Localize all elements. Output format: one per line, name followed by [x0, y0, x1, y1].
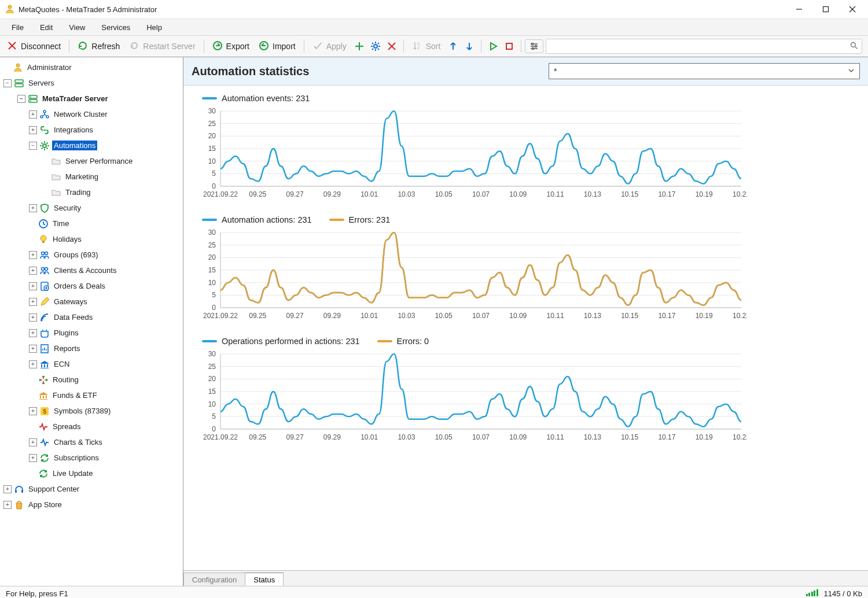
page-title: Automation statistics [192, 65, 309, 78]
legend-item: Operations performed in actions: 231 [202, 337, 360, 346]
svg-point-58 [42, 267, 45, 270]
tree-plugins[interactable]: +Plugins [3, 325, 183, 341]
tree-ecn[interactable]: +ECN [3, 356, 183, 372]
headset-icon [14, 484, 24, 494]
tree-integrations[interactable]: +Integrations [3, 122, 183, 138]
search-input[interactable] [546, 42, 862, 51]
menu-bar: File Edit View Services Help [0, 19, 868, 36]
disconnect-button[interactable]: Disconnect [2, 38, 65, 55]
tree-holidays[interactable]: Holidays [3, 231, 183, 247]
menu-services[interactable]: Services [93, 20, 138, 35]
title-bar: MetaQuotes - MetaTrader 5 Administrator [0, 0, 868, 19]
svg-point-57 [45, 252, 48, 254]
tree-support-center[interactable]: +Support Center [3, 481, 183, 497]
tree-routing[interactable]: Routing [3, 372, 183, 387]
filter-dropdown[interactable]: * [549, 63, 860, 79]
export-label: Export [226, 42, 249, 51]
svg-text:0: 0 [212, 304, 216, 312]
tab-configuration[interactable]: Configuration [183, 573, 245, 586]
svg-text:10: 10 [208, 279, 216, 287]
legend-item: Automation events: 231 [202, 94, 310, 103]
tree-administrator[interactable]: Administrator [3, 60, 183, 75]
maximize-button[interactable] [812, 0, 839, 19]
import-button[interactable]: Import [254, 38, 300, 55]
tree-reports[interactable]: +Reports [3, 341, 183, 356]
tree-charts-ticks[interactable]: +Charts & Ticks [3, 434, 183, 450]
export-button[interactable]: Export [208, 38, 254, 55]
tree-symbols[interactable]: +$Symbols (87389) [3, 403, 183, 419]
menu-edit[interactable]: Edit [32, 20, 61, 35]
svg-text:10: 10 [208, 400, 216, 408]
svg-text:10.17: 10.17 [658, 433, 675, 441]
tree-groups[interactable]: +Groups (693) [3, 247, 183, 263]
svg-line-32 [855, 46, 858, 49]
close-button[interactable] [839, 0, 866, 19]
tab-status[interactable]: Status [245, 573, 284, 586]
server-icon [28, 94, 38, 104]
navigation-tree[interactable]: Administrator −Servers −MetaTrader Serve… [0, 57, 183, 586]
charts-icon [39, 437, 50, 448]
svg-rect-34 [15, 80, 23, 83]
menu-file[interactable]: File [3, 20, 32, 35]
restart-server-button[interactable]: Restart Server [124, 38, 200, 55]
svg-text:25: 25 [208, 363, 216, 371]
refresh-button[interactable]: Refresh [73, 38, 124, 55]
svg-text:09.27: 09.27 [286, 312, 304, 320]
bank-icon [39, 359, 50, 370]
tree-trading[interactable]: Trading [3, 184, 183, 200]
folder-icon [51, 172, 61, 182]
tree-metatrader-server[interactable]: −MetaTrader Server [3, 91, 183, 106]
tree-network-cluster[interactable]: +Network Cluster [3, 106, 183, 122]
stop-button[interactable] [501, 38, 517, 54]
user-icon [13, 62, 23, 73]
menu-view[interactable]: View [61, 20, 93, 35]
sort-button[interactable]: AZ Sort [407, 38, 446, 55]
import-label: Import [273, 42, 296, 51]
servers-icon [14, 78, 24, 88]
pulse-icon [38, 422, 49, 432]
play-button[interactable] [485, 38, 501, 54]
svg-text:10.15: 10.15 [621, 190, 638, 198]
status-help-text: For Help, press F1 [6, 589, 68, 598]
tree-automations[interactable]: −Automations [3, 138, 183, 153]
svg-point-40 [43, 110, 46, 113]
tree-funds-etf[interactable]: Funds & ETF [3, 387, 183, 403]
svg-rect-2 [823, 7, 829, 12]
move-down-button[interactable] [461, 38, 477, 54]
apply-button[interactable]: Apply [308, 38, 351, 55]
svg-text:10.09: 10.09 [509, 190, 527, 198]
content-tabs: Configuration Status [183, 570, 868, 586]
chevron-down-icon [848, 67, 855, 76]
tree-gateways[interactable]: +Gateways [3, 294, 183, 309]
sort-label: Sort [426, 42, 441, 51]
tree-spreads[interactable]: Spreads [3, 419, 183, 434]
svg-text:2021.09.22: 2021.09.22 [203, 312, 238, 320]
tree-app-store[interactable]: +App Store [3, 497, 183, 512]
tree-data-feeds[interactable]: +Data Feeds [3, 309, 183, 325]
move-up-button[interactable] [445, 38, 461, 54]
tree-servers[interactable]: −Servers [3, 75, 183, 91]
filter-options-button[interactable] [525, 39, 543, 53]
search-box[interactable] [546, 39, 862, 54]
tree-live-update[interactable]: Live Update [3, 466, 183, 481]
tree-clients-accounts[interactable]: +Clients & Accounts [3, 263, 183, 278]
svg-text:09.29: 09.29 [323, 190, 341, 198]
svg-rect-66 [15, 490, 17, 493]
tree-subscriptions[interactable]: +Subscriptions [3, 450, 183, 466]
settings-button[interactable] [367, 38, 384, 54]
add-button[interactable] [351, 38, 367, 54]
delete-button[interactable] [384, 38, 400, 54]
tree-marketing[interactable]: Marketing [3, 169, 183, 184]
tree-time[interactable]: Time [3, 216, 183, 231]
minimize-button[interactable] [786, 0, 812, 19]
menu-help[interactable]: Help [138, 20, 170, 35]
tree-server-performance[interactable]: Server Performance [3, 153, 183, 169]
tree-security[interactable]: +Security [3, 200, 183, 216]
chart-1: 0510152025302021.09.2209.2509.2709.2910.… [192, 228, 747, 320]
svg-text:30: 30 [208, 350, 216, 358]
tree-orders-deals[interactable]: +Orders & Deals [3, 278, 183, 294]
svg-text:0: 0 [212, 425, 216, 433]
svg-line-49 [42, 142, 43, 143]
chart-0: 0510152025302021.09.2209.2509.2709.2910.… [192, 106, 747, 199]
svg-text:10.07: 10.07 [472, 433, 490, 441]
